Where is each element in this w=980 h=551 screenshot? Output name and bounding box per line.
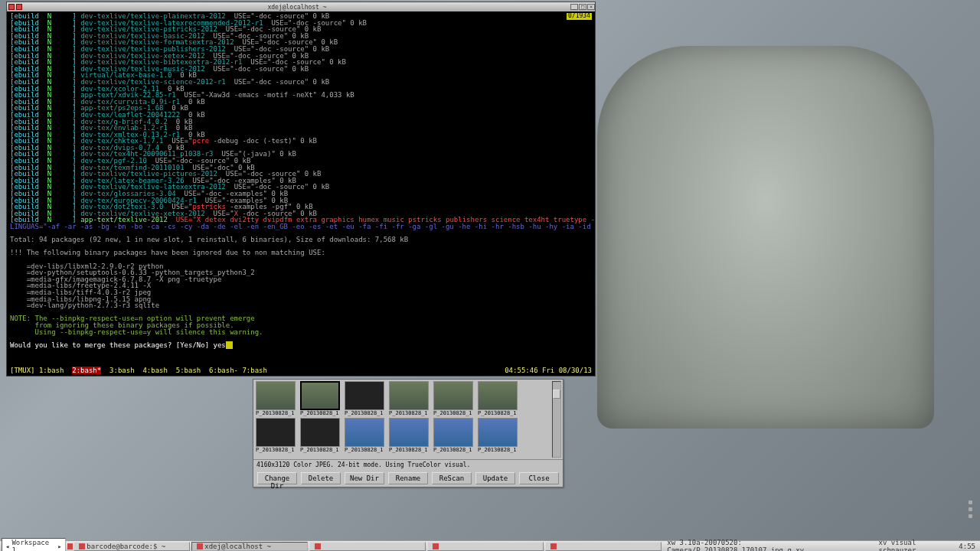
xv-window: P_20130828_1...P_20130828_1...P_20130828… [253,379,564,487]
task-button[interactable]: barcode@barcode:$ ~ [74,542,190,551]
xv-status: 4160x3120 Color JPEG. 24-bit mode. Using… [253,459,563,470]
xv-thumbnail-area[interactable]: P_20130828_1...P_20130828_1...P_20130828… [253,380,563,459]
task-button[interactable]: xdej@localhost ~ [191,542,308,551]
xv-thumbnail[interactable]: P_20130828_1... [300,418,340,453]
xv-thumbnail[interactable]: P_20130828_1... [300,381,340,416]
thumbnail-label: P_20130828_1... [389,410,429,416]
thumbnail-label: P_20130828_1... [300,447,340,453]
tray-item[interactable]: xw 3.10a-20070520: Camera/P_20130828_170… [667,539,874,552]
xv-scrollbar[interactable] [552,381,561,458]
task-icon [197,543,203,549]
ignored-header: !!! The following binary packages have b… [10,249,592,256]
close-button[interactable]: × [587,4,595,10]
tb-icon [16,4,22,10]
xv-thumbnail[interactable]: P_20130828_1... [389,418,429,453]
thumbnail-image [478,381,518,410]
thumbnail-image [300,418,340,447]
thumbnail-image [256,381,296,410]
task-icon [550,543,557,549]
thumbnail-image [478,418,518,447]
xv-scroll-thumb[interactable] [553,390,560,399]
taskbar: ◂ Workspace 1 ▸ barcode@barcode:$ ~xdej@… [0,540,980,551]
thumbnail-label: P_20130828_1... [433,410,473,416]
task-button[interactable] [309,542,426,551]
menu-dots-icon[interactable] [969,500,972,518]
xv-thumbnail[interactable]: P_20130828_1... [389,381,429,416]
xv-thumbnail[interactable]: P_20130828_1... [433,381,473,416]
change-dir-button[interactable]: Change Dir [257,472,297,484]
thumbnail-label: P_20130828_1... [478,410,518,416]
xv-thumbnail[interactable]: P_20130828_1... [345,418,384,453]
thumbnail-label: P_20130828_1... [478,447,518,453]
thumbnail-label: P_20130828_1... [433,447,473,453]
thumbnail-image [300,381,340,410]
tmux-status-top: 0/1934 [567,13,592,20]
terminal-title: xdej@localhost ~ [24,4,570,11]
new-dir-button[interactable]: New Dir [345,472,384,484]
thumbnail-label: P_20130828_1... [345,447,384,453]
thumbnail-label: P_20130828_1... [300,410,340,416]
xv-button-row: Change Dir Delete New Dir Rename ReScan … [253,470,563,487]
thumbnail-label: P_20130828_1... [256,410,296,416]
xv-thumbnail[interactable]: P_20130828_1... [345,381,384,416]
workspace-switcher[interactable]: ◂ Workspace 1 ▸ [2,538,66,552]
prompt-line: Would you like to merge these packages? … [10,342,592,349]
rescan-button[interactable]: ReScan [432,472,472,484]
xv-thumbnail[interactable]: P_20130828_1... [256,418,296,453]
xv-thumbnail[interactable]: P_20130828_1... [256,381,296,416]
ignored-line: =dev-lang/python-2.7.3-r3 sqlite [10,302,592,309]
task-button[interactable] [427,542,544,551]
xv-thumbnail[interactable]: P_20130828_1... [433,418,473,453]
thumbnail-image [433,418,473,447]
task-button[interactable] [545,542,662,551]
xv-thumbnail[interactable]: P_20130828_1... [478,381,518,416]
chevron-right-icon[interactable]: ▸ [57,543,61,550]
thumbnail-image [389,381,429,410]
linguas-line: LINGUAS="-af -ar -as -bg -bn -bo -ca -cs… [10,223,592,230]
task-icon [67,543,74,549]
tray-item[interactable]: xv visual schnauzer [879,539,955,552]
minimize-button[interactable]: _ [570,4,578,10]
clock: 4:55 [959,543,975,550]
delete-button[interactable]: Delete [301,472,341,484]
terminal-window: xdej@localhost ~ _ □ × 0/1934 [ebuild N … [6,2,596,377]
update-button[interactable]: Update [475,472,515,484]
xv-thumbnail[interactable]: P_20130828_1... [478,418,518,453]
note-line: Using --binpkg-respect-use=y will silenc… [10,329,592,336]
tb-icon [8,4,15,10]
maximize-button[interactable]: □ [579,4,586,10]
thumbnail-image [256,418,296,447]
chevron-left-icon[interactable]: ◂ [5,543,9,550]
terminal-body[interactable]: 0/1934 [ebuild N ] dev-texlive/texlive-p… [7,11,595,376]
tmux-status: [TMUX] 1:bash 2:bash* 3:bash 4:bash 5:ba… [10,367,592,374]
system-tray: xw 3.10a-20070520: Camera/P_20130828_170… [662,539,980,552]
total-line: Total: 94 packages (92 new, 1 in new slo… [10,236,592,243]
rename-button[interactable]: Rename [388,472,428,484]
thumbnail-image [345,418,384,447]
thumbnail-image [433,381,473,410]
thumbnail-image [389,418,429,447]
terminal-titlebar[interactable]: xdej@localhost ~ _ □ × [7,2,595,11]
thumbnail-label: P_20130828_1... [256,447,296,453]
task-icon [433,543,439,549]
task-icon [79,543,85,549]
thumbnail-image [345,381,384,410]
close-button[interactable]: Close [519,472,559,484]
task-icon [315,543,321,549]
thumbnail-label: P_20130828_1... [345,410,384,416]
thumbnail-label: P_20130828_1... [389,447,429,453]
